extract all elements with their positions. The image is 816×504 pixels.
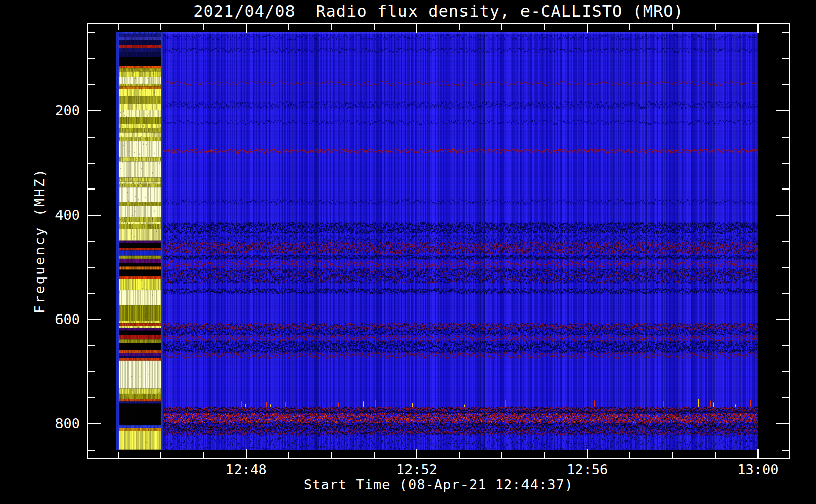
- axis-tick: [782, 137, 789, 138]
- axis-tick: [118, 24, 119, 30]
- axis-tick: [374, 452, 375, 458]
- x-tick-label: 12:48: [201, 462, 292, 477]
- axis-tick: [782, 397, 789, 398]
- axis-tick: [776, 215, 789, 216]
- axis-tick: [782, 371, 789, 372]
- axis-tick: [782, 188, 789, 190]
- axis-tick: [416, 24, 417, 33]
- axis-tick: [88, 423, 101, 424]
- axis-tick: [629, 452, 630, 458]
- axis-tick: [782, 345, 789, 346]
- axis-tick: [331, 24, 332, 30]
- axis-tick: [501, 24, 502, 30]
- axis-tick: [88, 345, 95, 346]
- axis-tick: [118, 452, 119, 458]
- axis-tick: [88, 450, 95, 451]
- axis-tick: [203, 24, 204, 30]
- figure: 2021/04/08 Radio flux density, e-CALLIST…: [0, 0, 816, 504]
- chart-title: 2021/04/08 Radio flux density, e-CALLIST…: [87, 2, 790, 21]
- axis-tick: [672, 452, 673, 458]
- axis-tick: [88, 163, 95, 164]
- axis-tick: [160, 24, 161, 30]
- axis-tick: [544, 24, 545, 30]
- x-axis-label: Start Time (08-Apr-21 12:44:37): [87, 477, 790, 492]
- axis-tick: [88, 32, 95, 33]
- axis-tick: [782, 267, 789, 268]
- x-tick-label: 12:52: [371, 462, 462, 477]
- axis-tick: [715, 24, 716, 30]
- axis-tick: [715, 452, 716, 458]
- axis-tick: [782, 163, 789, 164]
- axis-tick: [88, 241, 95, 242]
- axis-tick: [288, 452, 289, 458]
- axis-tick: [88, 267, 95, 268]
- axis-tick: [587, 24, 588, 33]
- y-tick-label: 800: [24, 416, 80, 431]
- axis-tick: [88, 215, 101, 216]
- axis-tick: [776, 110, 789, 111]
- axis-tick: [331, 452, 332, 458]
- axis-tick: [629, 24, 630, 30]
- y-axis-label: Frequency (MHZ): [32, 90, 47, 392]
- axis-tick: [88, 293, 95, 294]
- axis-tick: [782, 84, 789, 85]
- axis-tick: [782, 450, 789, 451]
- axis-tick: [416, 449, 417, 458]
- axis-tick: [88, 319, 101, 320]
- x-tick-label: 12:56: [542, 462, 633, 477]
- axis-tick: [88, 397, 95, 398]
- axis-tick: [160, 452, 161, 458]
- axis-tick: [776, 423, 789, 424]
- axis-tick: [782, 32, 789, 33]
- plot-frame: [87, 23, 790, 459]
- axis-tick: [88, 58, 95, 59]
- x-tick-label: 13:00: [713, 462, 803, 477]
- axis-tick: [587, 449, 588, 458]
- axis-tick: [88, 137, 95, 138]
- axis-tick: [782, 293, 789, 294]
- axis-tick: [782, 241, 789, 242]
- axis-tick: [246, 449, 247, 458]
- axis-tick: [459, 24, 460, 30]
- axis-tick: [757, 24, 759, 33]
- axis-tick: [782, 58, 789, 59]
- axis-tick: [544, 452, 545, 458]
- axis-tick: [672, 24, 673, 30]
- axis-tick: [88, 371, 95, 372]
- axis-tick: [459, 452, 460, 458]
- axis-tick: [501, 452, 502, 458]
- axis-tick: [88, 110, 101, 111]
- axis-tick: [776, 319, 789, 320]
- axis-tick: [246, 24, 247, 33]
- axis-tick: [88, 84, 95, 85]
- axis-tick: [203, 452, 204, 458]
- axis-tick: [374, 24, 375, 30]
- axis-tick: [288, 24, 289, 30]
- axis-tick: [88, 188, 95, 190]
- axis-tick: [757, 449, 759, 458]
